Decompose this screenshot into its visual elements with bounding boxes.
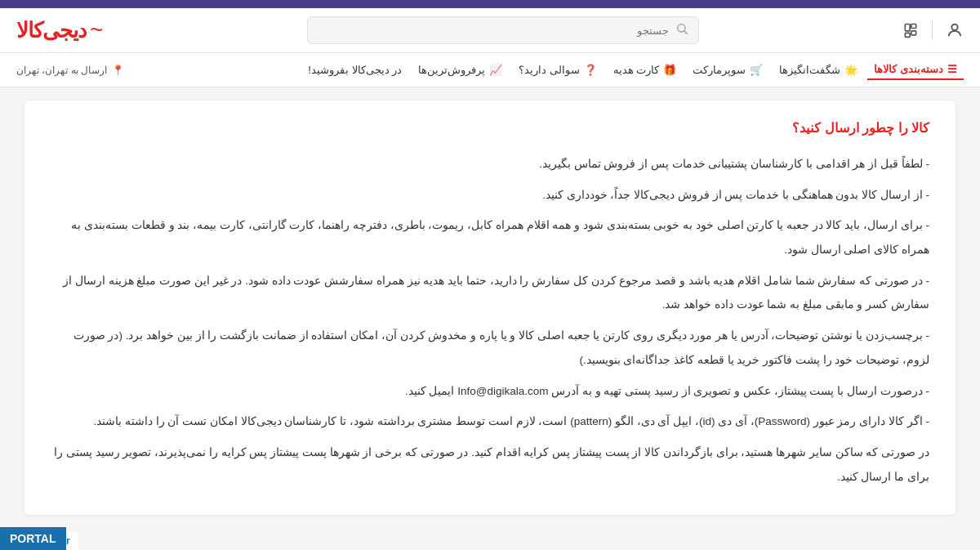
nav-item-surprises[interactable]: 🌟 شگفت‌انگیزها — [773, 60, 864, 79]
svg-point-5 — [677, 25, 684, 32]
location-area: 📍 ارسال به تهران، تهران — [16, 65, 124, 76]
svg-point-0 — [951, 25, 957, 30]
paragraph-8: در صورتی که ساکن سایر شهرها هستید، برای … — [51, 440, 929, 489]
paragraph-3: - برای ارسال، باید کالا در جعبه یا کارتن… — [51, 213, 929, 262]
faq-icon: ❓ — [584, 64, 597, 76]
svg-rect-2 — [911, 25, 916, 29]
gift-label: کارت هدیه — [613, 64, 660, 76]
header: ~ دیجی‌کالا — [0, 8, 980, 53]
navbar: ☰ دسته‌بندی کالاها 🌟 شگفت‌انگیزها 🛒 سوپر… — [0, 53, 980, 87]
header-right: ~ دیجی‌کالا — [16, 17, 103, 43]
paragraph-6: - درصورت ارسال با پست پیشتاز، عکس و تصوی… — [51, 379, 929, 404]
categories-label: دسته‌بندی کالاها — [874, 63, 943, 75]
logo: ~ دیجی‌کالا — [16, 17, 103, 43]
header-divider — [932, 20, 933, 40]
nav-item-gift[interactable]: 🎁 کارت هدیه — [607, 60, 684, 79]
faq-label: سوالی دارید؟ — [519, 64, 580, 76]
paragraph-5: - برچسب‌زدن یا نوشتن توضیحات، آدرس یا هر… — [51, 324, 929, 372]
logo-text: دیجی‌کالا — [16, 18, 87, 43]
nav-item-faq[interactable]: ❓ سوالی دارید؟ — [512, 60, 604, 79]
location-text: ارسال به تهران، تهران — [16, 65, 107, 76]
main-content: کالا را چطور ارسال کنید؟ - لطفاً قبل از … — [24, 101, 956, 515]
paragraph-4: - در صورتی که سفارش شما شامل اقلام هدیه … — [51, 269, 929, 317]
svg-line-6 — [684, 31, 688, 34]
nav-items: ☰ دسته‌بندی کالاها 🌟 شگفت‌انگیزها 🛒 سوپر… — [301, 60, 964, 80]
bookmark-icon[interactable] — [902, 22, 919, 38]
header-left-icons — [902, 20, 964, 40]
supermarket-label: سوپرمارکت — [693, 64, 746, 76]
svg-rect-3 — [911, 31, 916, 35]
search-input[interactable] — [318, 25, 669, 37]
search-icon — [675, 22, 688, 38]
nav-item-categories[interactable]: ☰ دسته‌بندی کالاها — [867, 60, 964, 80]
search-bar[interactable] — [307, 16, 699, 44]
categories-icon: ☰ — [947, 63, 957, 75]
paragraph-1: - لطفاً قبل از هر اقدامی با کارشناسان پش… — [51, 152, 929, 177]
gift-icon: 🎁 — [663, 64, 676, 76]
svg-rect-4 — [905, 33, 910, 37]
nav-item-supermarket[interactable]: 🛒 سوپرمارکت — [686, 60, 769, 79]
svg-rect-1 — [905, 25, 910, 31]
bestsellers-icon: 📈 — [489, 64, 502, 76]
nav-item-sell[interactable]: در دیجی‌کالا بفروشید! — [301, 60, 408, 79]
page-title: کالا را چطور ارسال کنید؟ — [51, 120, 929, 136]
content-body: - لطفاً قبل از هر اقدامی با کارشناسان پش… — [51, 152, 929, 489]
paragraph-2: - از ارسال کالا بدون هماهنگی با خدمات پس… — [51, 183, 929, 208]
portal-label: PORTAL — [0, 527, 66, 528]
nav-item-bestsellers[interactable]: 📈 پرفروش‌ترین‌ها — [412, 60, 509, 79]
bestsellers-label: پرفروش‌ترین‌ها — [418, 64, 485, 76]
logo-swoosh: ~ — [90, 17, 103, 43]
user-icon[interactable] — [946, 21, 964, 39]
surprises-icon: 🌟 — [844, 64, 858, 76]
sell-label: در دیجی‌کالا بفروشید! — [308, 64, 402, 76]
supermarket-icon: 🛒 — [750, 64, 763, 76]
top-banner — [0, 0, 980, 8]
search-area — [116, 16, 889, 44]
location-icon: 📍 — [112, 65, 124, 76]
paragraph-7: - اگر کالا دارای رمز عبور (Password)، آی… — [51, 409, 929, 434]
surprises-label: شگفت‌انگیزها — [779, 64, 840, 76]
